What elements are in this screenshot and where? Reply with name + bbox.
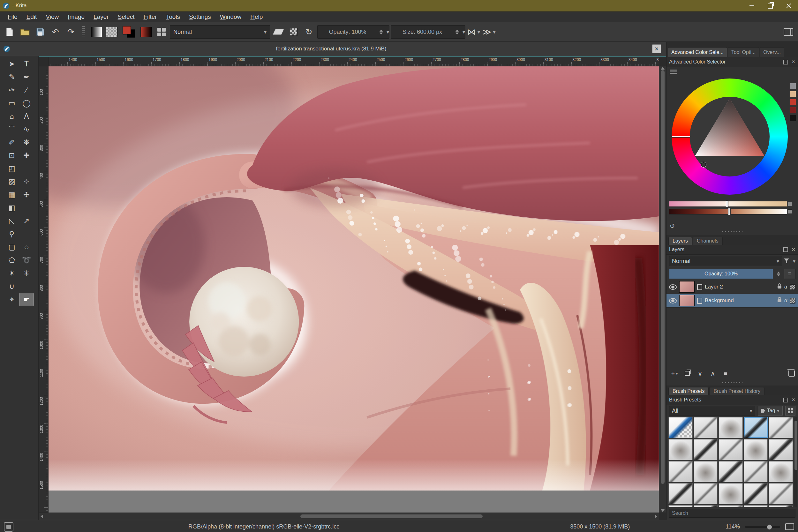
size-spin-arrows[interactable] xyxy=(454,30,461,35)
ellipse-tool[interactable]: ◯ xyxy=(19,97,34,110)
alpha-icon[interactable]: α xyxy=(784,284,787,290)
select-shapes-tool[interactable]: ➤ xyxy=(4,57,19,71)
polygon-tool[interactable]: ⌂ xyxy=(4,110,19,123)
wrap-around-button[interactable]: ≫ ▾ xyxy=(482,25,496,39)
edit-shapes-tool[interactable]: ✎ xyxy=(4,71,19,83)
smart-patch-tool[interactable]: ✣ xyxy=(19,188,34,202)
brush-preset[interactable] xyxy=(694,505,718,507)
delete-layer-button[interactable] xyxy=(788,370,795,377)
color-cursor[interactable] xyxy=(701,162,706,167)
lock-icon[interactable] xyxy=(778,286,781,288)
workspace-chooser-button[interactable] xyxy=(781,25,795,39)
freehand-path-tool[interactable]: ∿ xyxy=(19,123,34,136)
line-tool[interactable]: ∕ xyxy=(19,83,34,97)
restore-button[interactable] xyxy=(761,0,779,11)
move-layer-down-button[interactable]: ∨ xyxy=(695,368,705,378)
save-button[interactable] xyxy=(33,25,47,39)
brush-preset[interactable] xyxy=(668,483,693,504)
freehand-brush-tool[interactable]: ✑ xyxy=(4,83,19,97)
multibrush-tool[interactable]: ❋ xyxy=(19,136,34,149)
brush-preset[interactable] xyxy=(768,439,793,460)
menu-select[interactable]: Select xyxy=(113,12,139,22)
status-tool-icon[interactable] xyxy=(4,522,14,532)
tab-brush-preset-history[interactable]: Brush Preset History xyxy=(709,387,764,395)
layer-visibility-icon[interactable] xyxy=(669,298,677,304)
history-color-swatch[interactable] xyxy=(790,99,796,105)
layer-options-button[interactable]: ≡ xyxy=(784,269,795,279)
alpha-icon[interactable]: α xyxy=(784,298,787,304)
layer-visibility-icon[interactable] xyxy=(669,284,677,290)
layer-blending-select[interactable]: Normal ▾ xyxy=(669,256,782,266)
dock-tab-overv[interactable]: Overv... xyxy=(760,47,784,57)
freehand-select-tool[interactable]: ➰ xyxy=(19,254,34,267)
shade-handle[interactable] xyxy=(728,208,730,215)
preset-view-mode-button[interactable] xyxy=(785,406,795,416)
hue-marker[interactable] xyxy=(671,136,690,137)
canvas-only-mode-icon[interactable] xyxy=(785,524,794,530)
vertical-scroll-thumb[interactable] xyxy=(661,70,665,484)
ellipse-select-tool[interactable]: ◌ xyxy=(19,241,34,254)
brush-grid-scrollbar[interactable] xyxy=(794,417,797,507)
menu-image[interactable]: Image xyxy=(63,12,89,22)
menu-filter[interactable]: Filter xyxy=(139,12,161,22)
scroll-right-icon[interactable] xyxy=(655,514,657,518)
brush-preset[interactable] xyxy=(719,439,743,460)
brush-preset[interactable] xyxy=(694,483,718,504)
scroll-left-icon[interactable] xyxy=(40,514,43,518)
opacity-spinbox[interactable]: Opacity: 100% ▾ xyxy=(317,25,390,39)
horizontal-scroll-thumb[interactable] xyxy=(300,514,482,518)
close-button[interactable] xyxy=(779,0,798,11)
layer-name[interactable]: Background xyxy=(705,298,734,304)
float-docker-icon[interactable] xyxy=(783,60,788,64)
dock-tab-advanced-color-sele[interactable]: Advanced Color Sele... xyxy=(668,47,727,57)
canvas[interactable] xyxy=(49,66,659,491)
canvas-viewport[interactable] xyxy=(49,66,659,513)
measure-tool[interactable]: ↗ xyxy=(19,214,34,228)
float-docker-icon[interactable] xyxy=(783,398,788,402)
history-color-swatch[interactable] xyxy=(790,107,796,113)
brush-preset[interactable] xyxy=(744,417,768,438)
dynamic-brush-tool[interactable]: ✐ xyxy=(4,136,19,149)
fill-tool[interactable]: ◧ xyxy=(4,202,19,214)
brush-preset[interactable] xyxy=(694,461,718,482)
zoom-tool[interactable]: ⌖ xyxy=(4,293,19,306)
tab-brush-presets[interactable]: Brush Presets xyxy=(668,387,709,395)
close-docker-icon[interactable]: ✕ xyxy=(791,397,795,403)
brush-preset[interactable] xyxy=(768,505,793,507)
brush-preset[interactable] xyxy=(668,461,693,482)
bezier-curve-tool[interactable]: ⌒ xyxy=(4,123,19,136)
tag-filter-select[interactable]: All ▾ xyxy=(669,406,755,416)
add-layer-button[interactable]: + ▾ xyxy=(670,368,679,378)
menu-edit[interactable]: Edit xyxy=(22,12,41,22)
opacity-spin-arrows[interactable] xyxy=(378,30,385,35)
tab-channels[interactable]: Channels xyxy=(693,237,723,245)
size-spinbox[interactable]: Size: 600.00 px ▾ xyxy=(391,25,466,39)
magnetic-select-tool[interactable]: ∪ xyxy=(4,280,19,293)
history-color-swatch[interactable] xyxy=(790,91,796,97)
tag-button[interactable]: Tag ▾ xyxy=(758,406,783,416)
brush-preset[interactable] xyxy=(694,417,718,438)
docker-resize-handle[interactable] xyxy=(666,380,798,385)
scroll-up-icon[interactable] xyxy=(661,67,665,70)
preserve-alpha-button[interactable] xyxy=(287,25,301,39)
toolbar-grip[interactable] xyxy=(82,26,85,38)
brush-preset[interactable] xyxy=(668,417,693,438)
brush-preset[interactable] xyxy=(768,461,793,482)
menu-view[interactable]: View xyxy=(41,12,63,22)
transform-tool[interactable]: ⊡ xyxy=(4,149,19,162)
layer-opacity-slider[interactable]: Opacity: 100% xyxy=(669,269,773,279)
text-tool[interactable]: T xyxy=(19,57,34,71)
brush-preset[interactable] xyxy=(668,505,693,507)
calligraphy-tool[interactable]: ✒ xyxy=(19,71,34,83)
shade-handle[interactable] xyxy=(726,201,728,207)
polyline-tool[interactable]: Λ xyxy=(19,110,34,123)
duplicate-layer-button[interactable] xyxy=(682,368,692,378)
brush-preset[interactable] xyxy=(744,461,768,482)
scroll-down-icon[interactable] xyxy=(661,509,665,512)
blending-mode-select[interactable]: Normal ▾ xyxy=(170,25,270,39)
move-tool[interactable]: ✚ xyxy=(19,149,34,162)
menu-help[interactable]: Help xyxy=(246,12,267,22)
brush-preset[interactable] xyxy=(719,483,743,504)
brush-preset[interactable] xyxy=(768,483,793,504)
color-sampler-tool[interactable]: ✧ xyxy=(19,175,34,188)
